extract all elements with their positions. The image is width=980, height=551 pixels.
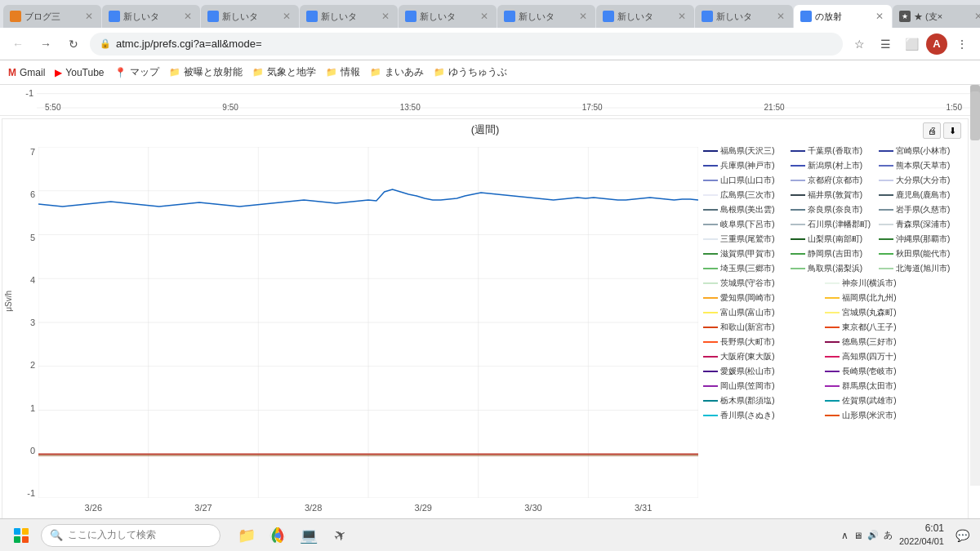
tab-favicon-0 bbox=[10, 11, 21, 22]
tab-4[interactable]: 新しいタ ✕ bbox=[399, 5, 497, 28]
legend-item: 神奈川(横浜市) bbox=[825, 276, 943, 290]
menu-button[interactable]: ⋮ bbox=[951, 33, 973, 56]
tab-bar: ブログ三 ✕ 新しいタ ✕ 新しいタ ✕ 新しいタ ✕ 新しいタ ✕ 新しいタ … bbox=[0, 0, 980, 28]
profile-button[interactable]: A bbox=[926, 33, 947, 55]
legend-item: 福岡県(北九州) bbox=[825, 291, 943, 304]
tab-9[interactable]: ★ ★ (支× ✕ bbox=[893, 5, 980, 28]
tab-close-5[interactable]: ✕ bbox=[577, 10, 589, 23]
legend-color-line bbox=[703, 165, 718, 167]
legend-item: 沖縄県(那覇市) bbox=[879, 232, 963, 246]
scrollbar-thumb[interactable] bbox=[970, 91, 980, 140]
tab-favicon-7 bbox=[702, 11, 713, 22]
legend-color-line bbox=[703, 371, 718, 372]
legend-item: 岐阜県(下呂市) bbox=[703, 217, 787, 231]
legend-item: 茨城県(守谷市) bbox=[703, 276, 822, 290]
legend-item: 長崎県(壱岐市) bbox=[825, 364, 943, 378]
legend-item: 福井県(敦賀市) bbox=[791, 188, 875, 202]
address-box[interactable]: 🔒 atmc.jp/prefs.cgi?a=all&mode= bbox=[90, 33, 843, 56]
reading-list-button[interactable]: ☰ bbox=[874, 33, 897, 56]
legend-item: 佐賀県(武雄市) bbox=[825, 393, 943, 407]
folder-maiami-icon: 📁 bbox=[370, 67, 381, 78]
taskbar-expand-button[interactable]: ∧ bbox=[841, 530, 849, 541]
tab-3[interactable]: 新しいタ ✕ bbox=[300, 5, 398, 28]
tab-close-9[interactable]: ✕ bbox=[973, 10, 980, 23]
legend-color-line bbox=[879, 224, 893, 225]
bookmarks-bar: M Gmail ▶ YouTube 📍 マップ 📁 被曝と放射能 📁 気象と地学… bbox=[0, 60, 980, 85]
legend-label: 大分県(大分市) bbox=[896, 173, 951, 187]
cast-button[interactable]: ⬜ bbox=[900, 33, 923, 56]
legend-color-line bbox=[825, 356, 840, 358]
maps-icon: 📍 bbox=[114, 67, 127, 78]
start-button[interactable] bbox=[7, 521, 36, 550]
tab-7[interactable]: 新しいタ ✕ bbox=[695, 5, 793, 28]
tab-0[interactable]: ブログ三 ✕ bbox=[3, 5, 101, 28]
legend-item: 高知県(四万十) bbox=[825, 349, 943, 363]
tab-close-8[interactable]: ✕ bbox=[874, 10, 885, 23]
tab-close-3[interactable]: ✕ bbox=[380, 10, 391, 23]
taskbar-chrome[interactable] bbox=[263, 521, 292, 550]
legend-color-line bbox=[703, 209, 718, 211]
network-icon[interactable]: 🖥 bbox=[853, 531, 862, 540]
bookmark-info[interactable]: 📁 情報 bbox=[326, 65, 360, 79]
bookmark-weather[interactable]: 📁 気象と地学 bbox=[252, 65, 316, 79]
bookmark-label-youtube: YouTube bbox=[65, 67, 104, 78]
legend-item: 岡山県(笠岡市) bbox=[703, 379, 822, 393]
legend-label: 山梨県(南部町) bbox=[808, 232, 862, 246]
legend-color-line bbox=[879, 180, 893, 181]
legend-item: 青森県(深浦市) bbox=[879, 217, 963, 231]
x-label-328: 3/28 bbox=[305, 503, 322, 513]
legend-item: 北海道(旭川市) bbox=[879, 261, 963, 275]
time-label-1: 9:50 bbox=[222, 103, 238, 112]
back-button[interactable]: ← bbox=[7, 33, 29, 56]
tab-8[interactable]: の放射 ✕ bbox=[794, 5, 892, 28]
legend-item: 山梨県(南部町) bbox=[791, 232, 875, 246]
legend-item: 埼玉県(三郷市) bbox=[703, 261, 787, 275]
speaker-icon[interactable]: 🔊 bbox=[867, 530, 879, 540]
x-label-330: 3/30 bbox=[524, 503, 541, 513]
weekly-print-button[interactable]: 🖨 bbox=[923, 122, 941, 139]
app4-icon: ✈ bbox=[330, 524, 350, 546]
weekly-download-button[interactable]: ⬇ bbox=[943, 122, 961, 139]
tab-close-4[interactable]: ✕ bbox=[479, 10, 490, 23]
legend-item: 宮崎県(小林市) bbox=[879, 144, 963, 158]
legend-item: 山形県(米沢市) bbox=[825, 408, 943, 422]
tab-2[interactable]: 新しいタ ✕ bbox=[201, 5, 299, 28]
taskbar-file-explorer[interactable]: 📁 bbox=[232, 521, 261, 550]
bookmark-radiation[interactable]: 📁 被曝と放射能 bbox=[169, 65, 243, 79]
legend-color-line bbox=[825, 341, 840, 343]
legend-label: 愛媛県(松山市) bbox=[720, 364, 775, 378]
bookmark-star-button[interactable]: ☆ bbox=[848, 33, 871, 56]
bookmark-gmail[interactable]: M Gmail bbox=[8, 67, 45, 78]
bookmark-youtube[interactable]: ▶ YouTube bbox=[55, 67, 104, 78]
clock-time: 6:01 bbox=[899, 522, 944, 535]
tab-close-1[interactable]: ✕ bbox=[182, 10, 194, 23]
file-explorer-icon: 📁 bbox=[238, 527, 256, 544]
tab-6[interactable]: 新しいタ ✕ bbox=[596, 5, 694, 28]
tab-close-2[interactable]: ✕ bbox=[281, 10, 292, 23]
legend-color-line bbox=[825, 415, 840, 416]
folder-radiation-icon: 📁 bbox=[169, 67, 180, 78]
legend-item: 大阪府(東大阪) bbox=[703, 349, 822, 363]
tab-close-6[interactable]: ✕ bbox=[676, 10, 688, 23]
notification-button[interactable]: 💬 bbox=[951, 524, 973, 547]
legend-color-line bbox=[703, 282, 718, 284]
tab-1[interactable]: 新しいタ ✕ bbox=[102, 5, 200, 28]
tab-close-0[interactable]: ✕ bbox=[83, 10, 95, 23]
legend-item: 岩手県(久慈市) bbox=[879, 202, 963, 216]
tab-close-7[interactable]: ✕ bbox=[775, 10, 786, 23]
bookmark-maiami[interactable]: 📁 まいあみ bbox=[370, 65, 424, 79]
forward-button[interactable]: → bbox=[34, 33, 57, 56]
bookmark-maps[interactable]: 📍 マップ bbox=[114, 65, 159, 79]
time-label-5: 1:50 bbox=[946, 103, 961, 112]
taskbar-search[interactable]: 🔍 ここに入力して検索 bbox=[41, 524, 220, 547]
taskbar-app-4[interactable]: ✈ bbox=[325, 521, 354, 550]
legend-item: 秋田県(能代市) bbox=[879, 247, 963, 260]
top-strip-y-label: -1 bbox=[25, 88, 33, 98]
legend-item: 京都府(京都市) bbox=[791, 173, 875, 187]
tab-5[interactable]: 新しいタ ✕ bbox=[497, 5, 595, 28]
refresh-button[interactable]: ↻ bbox=[62, 33, 85, 56]
taskbar-app-3[interactable]: 💻 bbox=[294, 521, 323, 550]
bookmark-youtube2[interactable]: 📁 ゆうちゅうぶ bbox=[434, 65, 507, 79]
datetime-display[interactable]: 6:01 2022/04/01 bbox=[899, 522, 944, 548]
tab-favicon-4 bbox=[405, 11, 416, 22]
